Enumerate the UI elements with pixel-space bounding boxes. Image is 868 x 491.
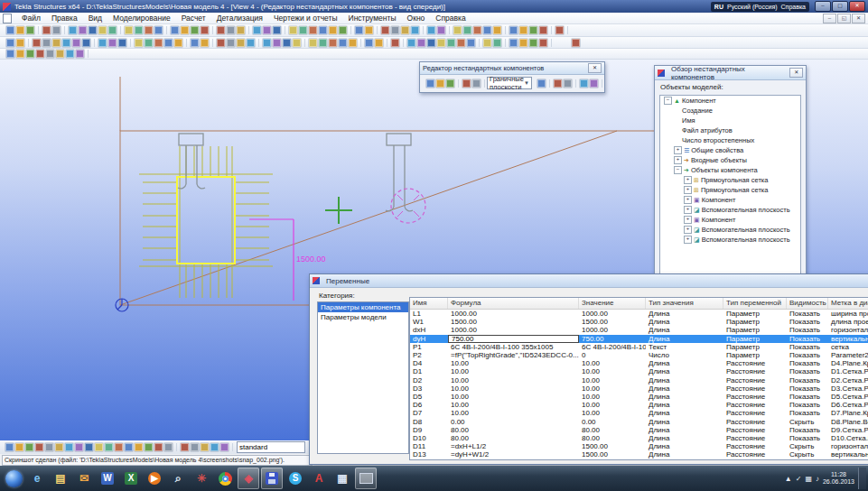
table-cell[interactable]: D8.Plane.Верти <box>828 418 868 426</box>
editor-tool-icon[interactable] <box>446 79 454 88</box>
table-cell[interactable]: Длина <box>646 367 723 375</box>
table-cell[interactable]: 1000.00 <box>579 326 646 334</box>
snap-tool-icon[interactable] <box>75 443 83 451</box>
toolbar-icon[interactable] <box>437 26 445 34</box>
table-cell[interactable]: 10.00 <box>579 367 646 375</box>
table-cell[interactable]: 10.00 <box>579 359 646 367</box>
table-cell[interactable]: P1 <box>410 343 448 351</box>
toolbar-icon[interactable] <box>26 50 34 58</box>
toolbar-icon[interactable] <box>509 39 518 47</box>
toolbar-icon[interactable] <box>62 39 70 47</box>
table-cell[interactable]: Расстояние <box>723 367 787 375</box>
table-cell[interactable]: Расстояние <box>723 376 787 384</box>
toolbar-icon[interactable] <box>339 39 347 47</box>
toolbar-icon[interactable] <box>201 26 209 34</box>
table-cell[interactable]: Текст <box>646 343 723 351</box>
toolbar-icon[interactable] <box>509 26 518 34</box>
table-cell[interactable]: Показать <box>787 310 828 318</box>
snap-tool-icon[interactable] <box>105 443 113 451</box>
toolbar-icon[interactable] <box>108 39 117 47</box>
skype-icon[interactable]: S <box>285 468 306 489</box>
table-cell[interactable]: Параметр <box>723 310 787 318</box>
tree-item-вспомогательная-плоскость[interactable]: +◪Вспомогательная плоскость <box>660 225 800 235</box>
word-icon[interactable]: W <box>97 468 118 489</box>
toolbar-icon[interactable] <box>79 26 87 34</box>
menu-вид[interactable]: Вид <box>83 14 107 23</box>
table-cell[interactable]: горизонтально <box>828 442 868 450</box>
table-cell[interactable]: Показать <box>787 409 828 417</box>
table-cell[interactable]: Скрыть <box>787 418 828 426</box>
table-cell[interactable]: Длина <box>646 376 723 384</box>
table-cell[interactable]: 80.00 <box>579 434 646 442</box>
table-cell[interactable]: D1.Сетка.Plane <box>828 367 868 375</box>
table-cell[interactable]: 6C 4B-I-200/4B-I-100 355x1005 <box>579 343 646 351</box>
internet-explorer-icon[interactable]: e <box>26 468 48 489</box>
mdi-close-button[interactable]: ✕ <box>852 14 865 23</box>
toolbar-icon[interactable] <box>52 39 61 47</box>
table-cell[interactable]: 0 <box>579 351 646 359</box>
plane-type-dropdown[interactable]: Граничные плоскости ▼ <box>487 77 532 89</box>
toolbar-icon[interactable] <box>289 26 297 34</box>
toolbar-icon[interactable] <box>457 39 465 47</box>
table-cell[interactable]: Parameter2 <box>828 351 868 359</box>
lifting-hook-left[interactable] <box>178 134 205 189</box>
toolbar-icon[interactable] <box>329 39 337 47</box>
toolbar-icon[interactable] <box>174 39 182 47</box>
table-cell[interactable]: D3 <box>410 384 448 393</box>
tree-item-вспомогательная-плоскость[interactable]: +◪Вспомогательная плоскость <box>660 205 800 215</box>
table-cell[interactable]: D7 <box>410 409 448 417</box>
toolbar-icon[interactable] <box>365 26 373 34</box>
menu-справка[interactable]: Справка <box>430 14 471 23</box>
table-cell[interactable]: 10.00 <box>579 376 646 384</box>
toolbar-icon[interactable] <box>98 39 107 47</box>
table-cell[interactable]: Длина <box>646 418 723 426</box>
table-cell[interactable]: Длина <box>646 401 723 409</box>
table-cell[interactable]: 80.00 <box>579 426 646 434</box>
tree-item-общие-свойства[interactable]: +☰Общие свойства <box>660 145 800 155</box>
menu-детализация[interactable]: Детализация <box>211 14 268 23</box>
menu-моделирование[interactable]: Моделирование <box>107 14 176 23</box>
expand-icon[interactable]: + <box>684 216 692 224</box>
menu-правка[interactable]: Правка <box>46 14 83 23</box>
toolbar-icon[interactable] <box>237 26 245 34</box>
table-cell[interactable]: 10.00 <box>448 359 579 367</box>
table-cell[interactable]: W1 <box>410 318 448 326</box>
current-phase-field[interactable] <box>237 441 305 453</box>
help-menu[interactable]: Справка <box>781 4 806 10</box>
toolbar-icon[interactable] <box>201 39 209 47</box>
table-cell[interactable]: Показать <box>787 393 828 401</box>
table-cell[interactable]: 10.00 <box>579 409 646 417</box>
table-cell[interactable]: D2.Сетка.Plane <box>828 376 868 384</box>
toolbar-icon[interactable] <box>82 39 90 47</box>
table-cell[interactable]: D9.Сетка.Plane <box>828 426 868 434</box>
table-cell[interactable]: Длина <box>646 409 723 417</box>
toolbar-icon[interactable] <box>217 39 225 47</box>
table-cell[interactable]: 10.00 <box>448 376 579 384</box>
tree-item-компонент[interactable]: +▣Компонент <box>660 195 800 205</box>
expand-icon[interactable]: + <box>684 196 692 204</box>
menu-расчет[interactable]: Расчет <box>176 14 211 23</box>
toolbar-icon[interactable] <box>463 26 471 34</box>
toolbar-icon[interactable] <box>89 26 97 34</box>
selected-opening-outline[interactable] <box>177 177 235 264</box>
outlook-icon[interactable]: ✉ <box>73 468 95 489</box>
toolbar-icon[interactable] <box>309 39 317 47</box>
table-cell[interactable]: Показать <box>787 426 828 434</box>
table-row[interactable]: L11000.001000.00ДлинаПараметрПоказатьшир… <box>410 310 868 318</box>
table-cell[interactable]: 1000.00 <box>579 310 646 318</box>
table-cell[interactable]: Расстояние <box>723 450 787 459</box>
toolbar-icon[interactable] <box>145 39 153 47</box>
table-cell[interactable]: Показать <box>787 351 828 359</box>
toolbar-icon[interactable] <box>135 26 143 34</box>
menu-чертежи-и-отчеты[interactable]: Чертежи и отчеты <box>268 14 343 23</box>
table-row[interactable]: D310.0010.00ДлинаРасстояниеПоказатьD3.Се… <box>410 384 868 393</box>
toolbar-icon[interactable] <box>293 39 301 47</box>
table-cell[interactable]: Расстояние <box>723 393 787 401</box>
editor-tool-icon[interactable] <box>472 79 481 88</box>
table-cell[interactable]: Параметр <box>723 326 787 334</box>
background-app-button[interactable] <box>355 468 377 489</box>
toolbar-icon[interactable] <box>191 39 199 47</box>
snap-tool-icon[interactable] <box>125 443 133 451</box>
category-item[interactable]: Параметры модели <box>318 312 408 322</box>
show-desktop-button[interactable] <box>858 468 866 489</box>
